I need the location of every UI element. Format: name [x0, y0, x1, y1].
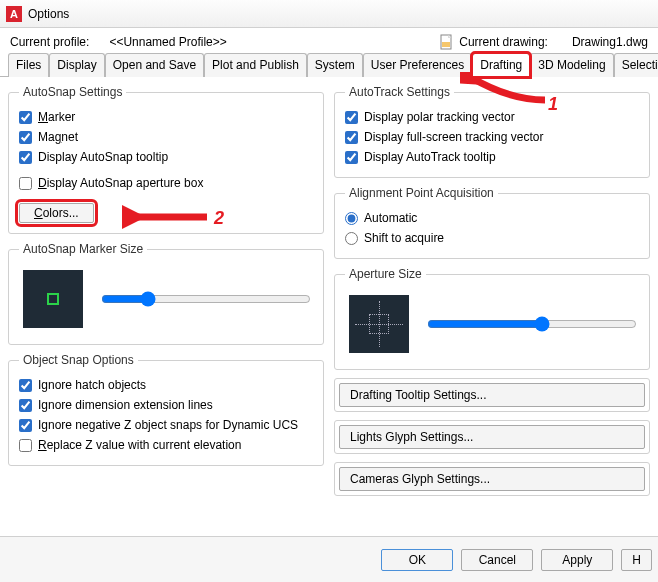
- ignore-hatch-checkbox[interactable]: [19, 379, 32, 392]
- tab-plot-and-publish[interactable]: Plot and Publish: [204, 53, 307, 77]
- ignore-hatch-row[interactable]: Ignore hatch objects: [19, 375, 313, 395]
- tab-bar: Files Display Open and Save Plot and Pub…: [0, 52, 658, 77]
- autosnap-group: AutoSnap Settings Marker Magnet Display …: [8, 85, 324, 234]
- shift-row[interactable]: Shift to acquire: [345, 228, 639, 248]
- alignment-legend: Alignment Point Acquisition: [345, 186, 498, 200]
- object-snap-legend: Object Snap Options: [19, 353, 138, 367]
- astooltip-checkbox[interactable]: [19, 151, 32, 164]
- ignore-negz-label: Ignore negative Z object snaps for Dynam…: [38, 418, 298, 432]
- autotrack-group: AutoTrack Settings Display polar trackin…: [334, 85, 650, 178]
- fullscreen-checkbox[interactable]: [345, 131, 358, 144]
- polar-label: Display polar tracking vector: [364, 110, 515, 124]
- tab-open-and-save[interactable]: Open and Save: [105, 53, 204, 77]
- marker-preview-icon: [23, 270, 83, 328]
- ok-button[interactable]: OK: [381, 549, 453, 571]
- ignore-dimext-label: Ignore dimension extension lines: [38, 398, 213, 412]
- ignore-negz-checkbox[interactable]: [19, 419, 32, 432]
- fullscreen-row[interactable]: Display full-screen tracking vector: [345, 127, 639, 147]
- drawing-file-icon: [439, 34, 455, 50]
- ignore-negz-row[interactable]: Ignore negative Z object snaps for Dynam…: [19, 415, 313, 435]
- magnet-checkbox[interactable]: [19, 131, 32, 144]
- replacez-row[interactable]: Replace Z value with current elevation: [19, 435, 313, 455]
- left-column: AutoSnap Settings Marker Magnet Display …: [8, 85, 324, 496]
- aperture-size-slider[interactable]: [427, 316, 637, 332]
- shift-radio[interactable]: [345, 232, 358, 245]
- colors-button[interactable]: Colors...: [19, 203, 94, 223]
- shift-label: Shift to acquire: [364, 231, 444, 245]
- attooltip-checkbox[interactable]: [345, 151, 358, 164]
- replacez-label: Replace Z value with current elevation: [38, 438, 241, 452]
- titlebar: A Options: [0, 0, 658, 28]
- profile-label: Current profile:: [10, 35, 89, 49]
- profile-value: <<Unnamed Profile>>: [109, 35, 226, 49]
- autosnap-legend: AutoSnap Settings: [19, 85, 126, 99]
- drafting-tooltip-button[interactable]: Drafting Tooltip Settings...: [339, 383, 645, 407]
- cancel-button[interactable]: Cancel: [461, 549, 533, 571]
- drawing-value: Drawing1.dwg: [572, 35, 648, 49]
- tab-display[interactable]: Display: [49, 53, 104, 77]
- tab-3d-modeling[interactable]: 3D Modeling: [530, 53, 613, 77]
- polar-checkbox[interactable]: [345, 111, 358, 124]
- lights-glyph-button[interactable]: Lights Glyph Settings...: [339, 425, 645, 449]
- attooltip-label: Display AutoTrack tooltip: [364, 150, 496, 164]
- magnet-checkbox-row[interactable]: Magnet: [19, 127, 313, 147]
- aperturebox-checkbox-row[interactable]: Display AutoSnap aperture box: [19, 173, 313, 193]
- aperturebox-label: Display AutoSnap aperture box: [38, 176, 203, 190]
- marker-size-slider[interactable]: [101, 291, 311, 307]
- dialog-footer: OK Cancel Apply H: [0, 536, 658, 582]
- astooltip-checkbox-row[interactable]: Display AutoSnap tooltip: [19, 147, 313, 167]
- annotation-2: 2: [214, 208, 224, 229]
- aperture-size-legend: Aperture Size: [345, 267, 426, 281]
- aperture-size-group: Aperture Size: [334, 267, 650, 370]
- automatic-row[interactable]: Automatic: [345, 208, 639, 228]
- tab-system[interactable]: System: [307, 53, 363, 77]
- ignore-hatch-label: Ignore hatch objects: [38, 378, 146, 392]
- object-snap-group: Object Snap Options Ignore hatch objects…: [8, 353, 324, 466]
- tab-selection[interactable]: Selection: [614, 53, 658, 77]
- automatic-label: Automatic: [364, 211, 417, 225]
- cameras-glyph-button[interactable]: Cameras Glyph Settings...: [339, 467, 645, 491]
- magnet-label: Magnet: [38, 130, 78, 144]
- automatic-radio[interactable]: [345, 212, 358, 225]
- marker-checkbox-row[interactable]: Marker: [19, 107, 313, 127]
- marker-size-legend: AutoSnap Marker Size: [19, 242, 147, 256]
- aperture-preview-icon: [349, 295, 409, 353]
- marker-label: Marker: [38, 110, 75, 124]
- autotrack-legend: AutoTrack Settings: [345, 85, 454, 99]
- aperturebox-checkbox[interactable]: [19, 177, 32, 190]
- replacez-checkbox[interactable]: [19, 439, 32, 452]
- alignment-group: Alignment Point Acquisition Automatic Sh…: [334, 186, 650, 259]
- header-row: Current profile: <<Unnamed Profile>> Cur…: [0, 28, 658, 52]
- ignore-dimext-row[interactable]: Ignore dimension extension lines: [19, 395, 313, 415]
- polar-row[interactable]: Display polar tracking vector: [345, 107, 639, 127]
- marker-checkbox[interactable]: [19, 111, 32, 124]
- content-area: AutoSnap Settings Marker Magnet Display …: [0, 77, 658, 496]
- lights-glyph-wrap: Lights Glyph Settings...: [334, 420, 650, 454]
- svg-rect-1: [442, 42, 450, 47]
- tab-files[interactable]: Files: [8, 53, 49, 77]
- tab-user-preferences[interactable]: User Preferences: [363, 53, 472, 77]
- tab-drafting[interactable]: Drafting: [472, 53, 530, 77]
- ignore-dimext-checkbox[interactable]: [19, 399, 32, 412]
- annotation-1: 1: [548, 94, 558, 115]
- app-logo-icon: A: [6, 6, 22, 22]
- window-title: Options: [28, 7, 69, 21]
- help-button[interactable]: H: [621, 549, 652, 571]
- apply-button[interactable]: Apply: [541, 549, 613, 571]
- right-column: AutoTrack Settings Display polar trackin…: [334, 85, 650, 496]
- fullscreen-label: Display full-screen tracking vector: [364, 130, 543, 144]
- drafting-tooltip-wrap: Drafting Tooltip Settings...: [334, 378, 650, 412]
- cameras-glyph-wrap: Cameras Glyph Settings...: [334, 462, 650, 496]
- marker-size-group: AutoSnap Marker Size: [8, 242, 324, 345]
- drawing-label: Current drawing:: [459, 35, 548, 49]
- astooltip-label: Display AutoSnap tooltip: [38, 150, 168, 164]
- attooltip-row[interactable]: Display AutoTrack tooltip: [345, 147, 639, 167]
